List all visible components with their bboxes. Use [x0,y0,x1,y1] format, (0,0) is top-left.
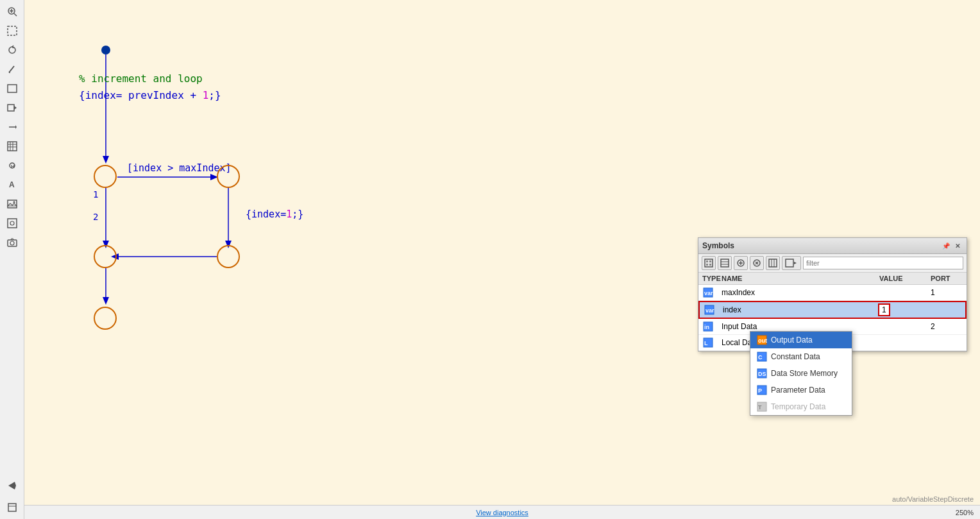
status-bar: View diagnostics 250% [24,505,980,519]
svg-text:H: H [11,164,15,169]
bottom-icon-btn[interactable] [3,498,21,516]
tools-btn[interactable] [3,214,21,232]
svg-rect-4 [8,26,17,35]
watermark-text: auto/VariableStepDiscrete [892,495,974,503]
circle-reset [217,245,240,268]
sym-tool-5[interactable] [766,256,780,270]
dropdown-temporary-data: T Temporary Data [750,398,852,415]
svg-rect-48 [786,259,793,267]
image-btn[interactable] [3,195,21,213]
symbol-row-index[interactable]: var index 1 [698,301,967,319]
svg-marker-10 [14,106,17,110]
symbol-name-index: index [723,305,878,314]
reset-action-label: {index=1;} [246,208,303,220]
svg-marker-22 [8,203,17,206]
svg-rect-45 [769,259,777,267]
svg-text:P: P [758,387,762,394]
svg-point-23 [13,201,15,203]
svg-text:L: L [704,340,708,346]
dropdown-parameter-data-label: Parameter Data [771,386,825,395]
titlebar-left: Symbols [702,241,734,250]
code-comment-area: % increment and loop {index= prevIndex +… [79,71,221,103]
col-port: PORT [931,275,963,282]
sym-tool-1[interactable] [702,256,716,270]
sym-tool-3[interactable] [734,256,748,270]
symbol-type-icon-input: in [702,321,714,332]
svg-rect-32 [706,260,708,262]
zoom-in-btn[interactable] [3,3,21,21]
svg-text:var: var [705,307,714,314]
svg-text:T: T [758,404,762,411]
symbols-panel: Symbols 📌 ✕ [698,237,967,352]
svg-rect-33 [709,260,711,262]
svg-rect-35 [709,264,711,266]
svg-point-5 [9,47,15,53]
type-dropdown-menu: out Output Data C Constant Data DS Data … [750,331,852,416]
dropdown-parameter-data[interactable]: P Parameter Data [750,382,852,398]
svg-marker-28 [8,482,16,489]
rotate-btn[interactable] [3,41,21,59]
symbol-value-index: 1 [878,305,929,314]
video-btn[interactable] [3,99,21,117]
svg-text:out: out [758,337,767,344]
panel-pin-btn[interactable]: 📌 [941,241,951,251]
branch-label-1: 1 [93,189,98,200]
canvas-area: % increment and loop {index= prevIndex +… [24,0,980,519]
svg-text:in: in [704,324,709,330]
symbols-header: TYPE NAME VALUE PORT [698,273,967,285]
dropdown-output-data-label: Output Data [771,336,813,345]
svg-rect-13 [8,142,17,151]
sym-tool-4[interactable] [750,256,764,270]
svg-rect-24 [8,219,17,228]
circle-end [94,307,117,330]
rectangle-btn[interactable] [3,80,21,98]
circle-decision [217,165,240,188]
symbol-row-maxindex[interactable]: var maxIndex 1 [698,285,967,301]
panel-close-btn[interactable]: ✕ [952,241,963,251]
comment-text: % increment and loop [79,71,221,87]
dropdown-data-store-memory[interactable]: DS Data Store Memory [750,365,852,382]
text-btn[interactable]: A [3,176,21,194]
action-text: {index= prevIndex + 1;} [79,87,221,104]
symbol-port-maxindex: 1 [931,288,963,297]
svg-rect-31 [705,259,713,267]
branch-label-2: 2 [93,212,98,222]
svg-text:var: var [704,290,713,296]
left-toolbar: H A [0,0,24,519]
dropdown-temporary-data-label: Temporary Data [771,402,825,411]
decision-label: [index > maxIndex] [127,162,232,174]
dropdown-output-data[interactable]: out Output Data [750,332,852,348]
svg-text:A: A [9,180,15,189]
circle-junction-1 [94,165,117,188]
col-type: TYPE [702,275,722,282]
arrow-down-1 [103,156,109,164]
index-value-box: 1 [878,303,890,316]
view-diagnostics-link[interactable]: View diagnostics [476,509,528,516]
symbols-title: Symbols [702,241,734,250]
svg-marker-12 [15,125,17,129]
filter-input[interactable] [803,257,963,269]
zoom-level: 250% [956,509,974,516]
pencil-btn[interactable] [3,60,21,78]
select-btn[interactable] [3,22,21,40]
symbol-type-icon-maxindex: var [702,287,714,298]
sym-tool-dropdown[interactable] [782,256,801,270]
col-value: VALUE [879,275,931,282]
svg-point-27 [10,241,14,245]
watermark: auto/VariableStepDiscrete [892,495,974,503]
collapse-btn[interactable] [3,477,21,495]
svg-rect-21 [8,200,17,208]
symbol-port-input-data: 2 [931,322,963,331]
svg-rect-36 [721,259,729,267]
camera-btn[interactable] [3,234,21,251]
symbol-type-icon-index: var [704,304,715,316]
grid-btn[interactable]: H [3,157,21,174]
palette-btn[interactable] [3,137,21,155]
dropdown-constant-data[interactable]: C Constant Data [750,348,852,365]
symbol-name-input-data: Input Data [722,322,879,331]
arrow-btn[interactable] [3,118,21,136]
svg-line-1 [14,13,17,16]
circle-junction-2 [94,245,117,268]
start-dot [101,46,110,55]
sym-tool-2[interactable] [718,256,732,270]
